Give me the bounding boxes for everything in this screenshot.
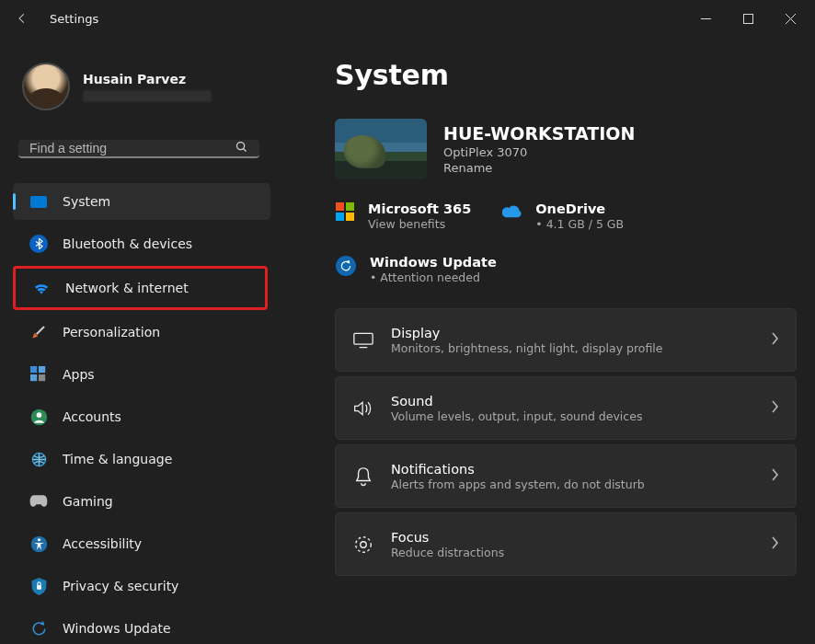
sidebar-item-gaming[interactable]: Gaming xyxy=(13,483,270,520)
svg-point-15 xyxy=(361,541,366,546)
svg-point-8 xyxy=(36,412,41,418)
apps-icon xyxy=(29,365,48,384)
sync-icon xyxy=(335,255,357,277)
device-rename-link[interactable]: Rename xyxy=(443,161,635,175)
onedrive-title: OneDrive xyxy=(535,201,624,216)
card-notifications[interactable]: Notifications Alerts from apps and syste… xyxy=(335,444,797,508)
search-input[interactable] xyxy=(29,141,235,155)
chevron-right-icon xyxy=(771,332,779,348)
sidebar: Husain Parvez System Bluetooth & devices xyxy=(0,37,278,644)
sound-icon xyxy=(352,397,374,420)
device-wallpaper-thumb xyxy=(335,119,427,179)
svg-point-2 xyxy=(237,143,245,150)
chevron-right-icon xyxy=(771,536,779,552)
search-icon xyxy=(235,140,248,156)
close-button[interactable] xyxy=(769,0,811,37)
card-subtitle: Reduce distractions xyxy=(391,546,504,559)
search-box[interactable] xyxy=(18,140,259,158)
sidebar-item-windows-update[interactable]: Windows Update xyxy=(13,610,270,644)
sidebar-item-label: System xyxy=(63,194,110,209)
sidebar-item-label: Personalization xyxy=(63,325,160,339)
microsoft-logo-icon xyxy=(335,201,355,222)
sidebar-item-apps[interactable]: Apps xyxy=(13,356,270,393)
bell-icon xyxy=(352,466,374,488)
onedrive-storage: 4.1 GB / 5 GB xyxy=(535,217,624,231)
page-title: System xyxy=(335,59,797,91)
card-display[interactable]: Display Monitors, brightness, night ligh… xyxy=(335,308,797,372)
sidebar-item-privacy[interactable]: Privacy & security xyxy=(13,568,270,604)
sidebar-item-time-language[interactable]: Time & language xyxy=(13,441,270,477)
paintbrush-icon xyxy=(29,323,48,341)
sidebar-item-label: Time & language xyxy=(63,452,172,466)
chevron-right-icon xyxy=(771,468,779,484)
svg-rect-3 xyxy=(30,366,37,373)
update-title: Windows Update xyxy=(370,255,497,270)
window-title: Settings xyxy=(50,12,98,26)
card-focus[interactable]: Focus Reduce distractions xyxy=(335,512,797,576)
sidebar-item-system[interactable]: System xyxy=(13,183,270,220)
person-icon xyxy=(29,408,48,426)
card-subtitle: Monitors, brightness, night light, displ… xyxy=(391,341,662,355)
sidebar-item-label: Network & internet xyxy=(65,281,189,295)
onedrive-icon xyxy=(502,201,522,222)
main-panel: System HUE-WORKSTATION OptiPlex 3070 Ren… xyxy=(278,37,815,644)
svg-rect-13 xyxy=(354,333,373,344)
avatar xyxy=(22,63,70,110)
m365-title: Microsoft 365 xyxy=(368,201,471,216)
bluetooth-icon xyxy=(29,235,48,253)
svg-rect-6 xyxy=(39,374,45,381)
microsoft365-block[interactable]: Microsoft 365 View benefits xyxy=(335,201,471,231)
sidebar-item-label: Accounts xyxy=(63,409,121,424)
monitor-icon xyxy=(29,192,48,211)
svg-point-14 xyxy=(356,536,372,552)
settings-cards: Display Monitors, brightness, night ligh… xyxy=(335,308,797,576)
onedrive-block[interactable]: OneDrive 4.1 GB / 5 GB xyxy=(502,201,624,231)
display-icon xyxy=(352,329,374,351)
focus-icon xyxy=(352,534,374,556)
m365-subtitle: View benefits xyxy=(368,217,471,231)
sidebar-item-personalization[interactable]: Personalization xyxy=(13,314,270,351)
sidebar-nav: System Bluetooth & devices Network & int… xyxy=(0,180,278,644)
maximize-button[interactable] xyxy=(727,0,769,37)
svg-rect-1 xyxy=(743,14,752,23)
device-block[interactable]: HUE-WORKSTATION OptiPlex 3070 Rename xyxy=(335,119,797,179)
card-title: Focus xyxy=(391,530,504,545)
card-title: Sound xyxy=(391,394,642,408)
titlebar: Settings xyxy=(0,0,815,37)
svg-rect-4 xyxy=(39,366,45,373)
svg-point-11 xyxy=(37,538,40,541)
update-subtitle: Attention needed xyxy=(370,270,497,284)
user-profile[interactable]: Husain Parvez xyxy=(0,48,278,123)
card-sound[interactable]: Sound Volume levels, output, input, soun… xyxy=(335,376,797,440)
wifi-icon xyxy=(32,279,51,297)
svg-rect-5 xyxy=(30,374,37,381)
card-title: Display xyxy=(391,326,662,340)
windows-update-block[interactable]: Windows Update Attention needed xyxy=(335,255,797,284)
sidebar-item-label: Privacy & security xyxy=(63,579,178,593)
svg-rect-12 xyxy=(37,584,41,589)
card-title: Notifications xyxy=(391,462,645,477)
shield-icon xyxy=(29,577,48,595)
sidebar-item-label: Windows Update xyxy=(63,621,171,636)
device-name: HUE-WORKSTATION xyxy=(443,123,635,144)
card-subtitle: Alerts from apps and system, do not dist… xyxy=(391,477,645,491)
sidebar-item-label: Apps xyxy=(63,367,95,382)
back-button[interactable] xyxy=(4,0,40,37)
gamepad-icon xyxy=(29,492,48,511)
window-controls xyxy=(684,0,811,37)
sidebar-item-label: Accessibility xyxy=(63,536,142,551)
accessibility-icon xyxy=(29,535,48,553)
card-subtitle: Volume levels, output, input, sound devi… xyxy=(391,409,642,423)
sidebar-item-bluetooth[interactable]: Bluetooth & devices xyxy=(13,225,270,262)
sidebar-item-accessibility[interactable]: Accessibility xyxy=(13,525,270,562)
annotation-highlight: Network & internet xyxy=(13,266,268,310)
sidebar-item-network[interactable]: Network & internet xyxy=(16,270,265,306)
sidebar-item-accounts[interactable]: Accounts xyxy=(13,398,270,435)
minimize-button[interactable] xyxy=(684,0,727,37)
user-name: Husain Parvez xyxy=(83,72,212,86)
globe-clock-icon xyxy=(29,450,48,468)
svg-rect-0 xyxy=(701,18,711,19)
device-model: OptiPlex 3070 xyxy=(443,145,635,159)
user-email-redacted xyxy=(83,90,212,102)
sidebar-item-label: Gaming xyxy=(63,494,113,509)
